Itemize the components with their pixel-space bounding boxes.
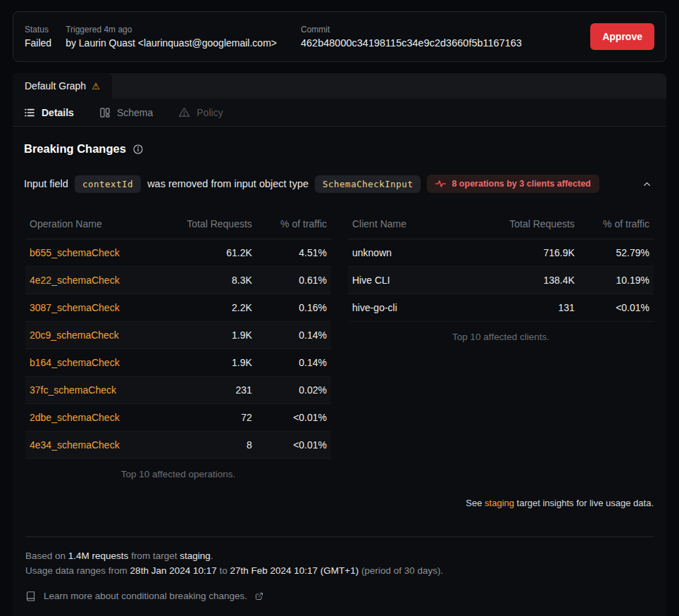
traffic-cell: 52.79% bbox=[580, 239, 654, 267]
learn-more-link[interactable]: Learn more about conditional breaking ch… bbox=[24, 591, 655, 602]
traffic-cell: <0.01% bbox=[258, 432, 331, 459]
staging-link[interactable]: staging bbox=[485, 498, 514, 508]
table-row: b655_schemaCheck 61.2K 4.51% bbox=[25, 239, 331, 267]
triggered-label: Triggered 4m ago bbox=[66, 25, 277, 34]
traffic-cell: 10.19% bbox=[580, 267, 654, 294]
tab-schema-label: Schema bbox=[117, 107, 153, 118]
collapse-chevron-button[interactable] bbox=[639, 176, 655, 192]
change-field-chip: contextId bbox=[75, 175, 141, 193]
col-operation-name: Operation Name bbox=[25, 210, 166, 239]
col-total-requests: Total Requests bbox=[166, 210, 258, 239]
requests-cell: 138.4K bbox=[489, 267, 580, 294]
tab-policy[interactable]: Policy bbox=[178, 106, 223, 118]
change-prefix: Input field bbox=[24, 178, 68, 189]
traffic-cell: 0.02% bbox=[258, 377, 331, 404]
operations-caption: Top 10 affected operations. bbox=[25, 469, 331, 479]
traffic-cell: 0.14% bbox=[258, 349, 331, 377]
table-row: Hive CLI 138.4K 10.19% bbox=[348, 267, 654, 294]
check-nav-toolbar: Details Schema Policy bbox=[13, 99, 666, 127]
insights-note: See staging target insights for live usa… bbox=[24, 498, 655, 508]
check-status-card: Status Failed Triggered 4m ago by Laurin… bbox=[13, 11, 666, 62]
table-row: 37fc_schemaCheck 231 0.02% bbox=[25, 377, 331, 404]
tab-schema[interactable]: Schema bbox=[99, 107, 153, 118]
status-label: Status bbox=[25, 25, 51, 34]
operations-table: Operation Name Total Requests % of traff… bbox=[25, 210, 331, 459]
tab-details[interactable]: Details bbox=[24, 107, 74, 118]
graph-tabs-card: Default Graph ⚠ Details bbox=[13, 73, 666, 616]
impact-badge[interactable]: 8 operations by 3 clients affected bbox=[427, 175, 599, 193]
operation-link[interactable]: b164_schemaCheck bbox=[30, 357, 120, 368]
tab-details-label: Details bbox=[42, 107, 74, 118]
warning-icon: ⚠ bbox=[92, 82, 100, 91]
breaking-changes-header: Breaking Changes bbox=[24, 142, 655, 156]
clients-table: Client Name Total Requests % of traffic … bbox=[348, 210, 654, 322]
client-name-cell: Hive CLI bbox=[348, 267, 489, 294]
operation-link[interactable]: b655_schemaCheck bbox=[30, 247, 120, 258]
breaking-change-row: Input field contextId was removed from i… bbox=[24, 175, 655, 193]
range-pre-text: Usage data ranges from bbox=[25, 565, 127, 576]
request-count: 1.4M requests bbox=[68, 551, 129, 561]
usage-summary-line1: Based on 1.4M requests from target stagi… bbox=[25, 549, 655, 564]
usage-summary: Based on 1.4M requests from target stagi… bbox=[24, 549, 655, 579]
learn-more-label: Learn more about conditional breaking ch… bbox=[44, 591, 247, 601]
col-traffic: % of traffic bbox=[580, 210, 654, 239]
list-icon bbox=[24, 107, 35, 118]
requests-cell: 72 bbox=[166, 404, 258, 432]
operation-link[interactable]: 37fc_schemaCheck bbox=[30, 384, 116, 396]
client-name-cell: unknown bbox=[348, 239, 489, 267]
columns-icon bbox=[99, 107, 111, 118]
traffic-cell: 4.51% bbox=[258, 239, 331, 267]
traffic-cell: 0.61% bbox=[258, 267, 331, 294]
approve-button[interactable]: Approve bbox=[590, 23, 654, 50]
section-title: Breaking Changes bbox=[24, 142, 126, 156]
traffic-cell: 0.14% bbox=[258, 322, 331, 349]
based-on-text: Based on bbox=[25, 551, 66, 561]
col-total-requests: Total Requests bbox=[489, 210, 580, 239]
requests-cell: 716.9K bbox=[489, 239, 580, 267]
operation-link[interactable]: 20c9_schemaCheck bbox=[30, 329, 119, 341]
commit-group: Commit 462b48000c34198115c34e9c2d3660f5b… bbox=[301, 25, 522, 49]
range-to-text: to bbox=[219, 565, 227, 576]
range-end-date: 27th Feb 2024 10:17 (GMT+1) bbox=[230, 565, 359, 576]
col-client-name: Client Name bbox=[348, 210, 489, 239]
clients-caption: Top 10 affected clients. bbox=[348, 332, 654, 342]
commit-label: Commit bbox=[301, 25, 522, 34]
insights-note-pre: See bbox=[466, 498, 482, 508]
tab-default-graph[interactable]: Default Graph ⚠ bbox=[13, 73, 112, 99]
operation-link[interactable]: 4e22_schemaCheck bbox=[30, 275, 120, 286]
requests-cell: 8.3K bbox=[166, 267, 258, 294]
table-row: 3087_schemaCheck 2.2K 0.16% bbox=[25, 294, 331, 322]
status-group: Status Failed bbox=[25, 25, 51, 49]
requests-cell: 1.9K bbox=[166, 349, 258, 377]
client-name-cell: hive-go-cli bbox=[348, 294, 489, 322]
graph-tab-bar: Default Graph ⚠ bbox=[13, 73, 666, 99]
impact-badge-label: 8 operations by 3 clients affected bbox=[451, 179, 590, 189]
table-row: hive-go-cli 131 <0.01% bbox=[348, 294, 654, 322]
insights-note-post: target insights for live usage data. bbox=[517, 498, 654, 508]
change-type-chip: SchemaCheckInput bbox=[315, 175, 421, 193]
col-traffic: % of traffic bbox=[258, 210, 331, 239]
traffic-cell: <0.01% bbox=[580, 294, 654, 322]
range-start-date: 28th Jan 2024 10:17 bbox=[130, 565, 217, 576]
table-row: 4e34_schemaCheck 8 <0.01% bbox=[25, 432, 331, 459]
requests-cell: 61.2K bbox=[166, 239, 258, 267]
requests-cell: 131 bbox=[489, 294, 580, 322]
traffic-cell: <0.01% bbox=[258, 404, 331, 432]
operation-link[interactable]: 4e34_schemaCheck bbox=[30, 439, 120, 451]
usage-tables: Operation Name Total Requests % of traff… bbox=[24, 210, 655, 479]
footer-divider bbox=[25, 536, 654, 537]
requests-cell: 2.2K bbox=[166, 294, 258, 322]
table-row: unknown 716.9K 52.79% bbox=[348, 239, 654, 267]
table-row: 2dbe_schemaCheck 72 <0.01% bbox=[25, 404, 331, 432]
range-period-text: (period of 30 days). bbox=[361, 565, 443, 576]
pulse-icon bbox=[435, 180, 446, 188]
operation-link[interactable]: 3087_schemaCheck bbox=[30, 302, 120, 313]
target-name: staging bbox=[180, 551, 211, 561]
commit-hash: 462b48000c34198115c34e9c2d3660f5b1167163 bbox=[301, 37, 522, 49]
table-row: b164_schemaCheck 1.9K 0.14% bbox=[25, 349, 331, 377]
warning-triangle-icon bbox=[178, 106, 190, 118]
requests-cell: 1.9K bbox=[166, 322, 258, 349]
status-value: Failed bbox=[25, 37, 51, 49]
info-icon[interactable] bbox=[133, 144, 143, 154]
operation-link[interactable]: 2dbe_schemaCheck bbox=[30, 412, 120, 423]
